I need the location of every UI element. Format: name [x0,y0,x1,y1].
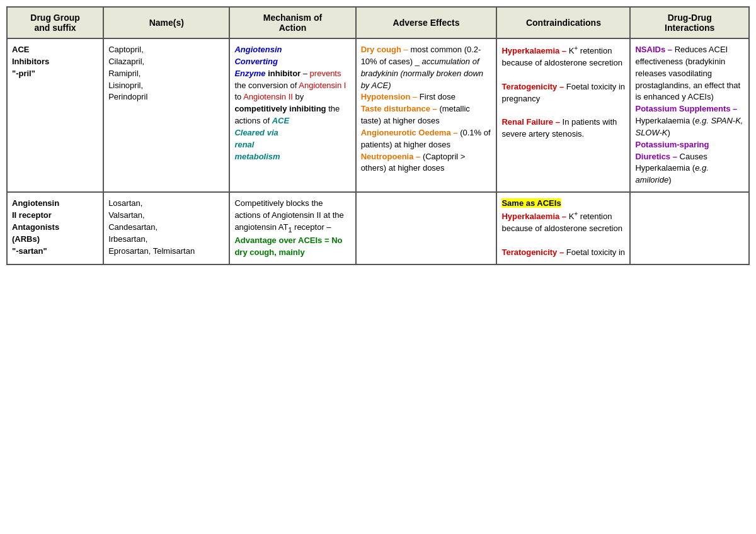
moa-by: by [295,92,304,101]
cell-ddi-2 [630,192,749,264]
cell-names-2: Losartan,Valsartan,Candesartan,Irbesarta… [103,192,229,264]
moa-ace-ref: ACE [272,116,289,125]
ci-arb-terato-label: Teratogenicity – [501,247,564,257]
cell-group-2: AngiotensinII receptorAntagonists(ARBs)"… [7,192,103,264]
names-2: Losartan,Valsartan,Candesartan,Irbesarta… [108,198,195,255]
cell-names-1: Captopril,Cilazapril,Ramipril,Lisinopril… [103,38,229,192]
cell-moa-2: Competitively blocks the actions of Angi… [229,192,355,264]
ae-hypotension-label: Hypotension [361,92,411,101]
pharmacology-table: Drug Groupand suffix Name(s) Mechanism o… [6,6,750,265]
moa-competitively: competitively inhibiting [234,104,326,113]
ci-hyperk-label: Hyperkalaemia – [501,46,566,55]
ae-hypotension-dash: – [413,92,420,101]
ddi-k-supp-label: Potassium Supplements – [635,104,737,113]
cell-ci-1: Hyperkalaemia – K+ retention because of … [496,38,630,192]
header-ddi: Drug-DrugInteractions [630,7,749,38]
ae-dry-cough-dash: – [404,45,411,54]
ddi-nsaids-label: NSAIDs – [635,45,672,54]
table-row: ACEInhibitors"-pril" Captopril,Cilazapri… [7,38,749,192]
moa-ang2: Angiotensin II [243,92,293,101]
header-moa: Mechanism ofAction [229,7,355,38]
ae-neutro-label: Neutropoenia – [361,152,421,161]
cell-ae-2 [356,192,497,264]
moa-arb-text: Competitively blocks the actions of Angi… [234,198,343,232]
table-row: AngiotensinII receptorAntagonists(ARBs)"… [7,192,749,264]
moa-to: to [234,92,243,101]
header-ae: Adverse Effects [356,7,497,38]
ci-terato-label: Teratogenicity – [501,82,564,91]
cell-group-1: ACEInhibitors"-pril" [7,38,103,192]
ci-arb-terato-text: Foetal toxicity in [566,247,625,257]
cell-ddi-1: NSAIDs – Reduces ACEI effectiveness (bra… [630,38,749,192]
table-wrapper: Drug Groupand suffix Name(s) Mechanism o… [0,0,756,534]
moa-cleared: Cleared viarenalmetabolism [234,128,280,161]
names-1: Captopril,Cilazapril,Ramipril,Lisinopril… [108,45,147,101]
cell-ci-2: Same as ACEIs Hyperkalaemia – K+ retenti… [496,192,630,264]
ae-hypotension-text: First dose [420,92,455,101]
group-name-2: AngiotensinII receptorAntagonists(ARBs)"… [12,198,59,255]
ae-angioedema-label: Angioneurotic Oedema – [361,128,458,137]
header-names: Name(s) [103,7,229,38]
cell-moa-1: AngiotensinConvertingEnzyme inhibitor – … [229,38,355,192]
ci-renal-label: Renal Failure – [501,117,559,127]
group-name-1: ACEInhibitors"-pril" [12,45,49,78]
ci-arb-hyperk-label: Hyperkalaemia – [501,212,566,221]
moa-ang1: Angiotensin I [299,81,346,90]
moa-inhibitor: inhibitor [268,69,301,78]
ddi-k-supp-text: Hyperkalaemia (e.g. SPAN-K, SLOW-K) [635,116,743,137]
cell-ae-1: Dry cough – most common (0.2-10% of case… [356,38,497,192]
ae-dry-cough-label: Dry cough [361,45,401,54]
moa-arb-advantage: Advantage over ACEIs = No dry cough, mai… [234,236,342,257]
ci-arb-same: Same as ACEIs [501,198,561,208]
header-ci: Contraindications [496,7,630,38]
header-drug-group: Drug Groupand suffix [7,7,103,38]
ae-taste-label: Taste disturbance – [361,104,437,113]
